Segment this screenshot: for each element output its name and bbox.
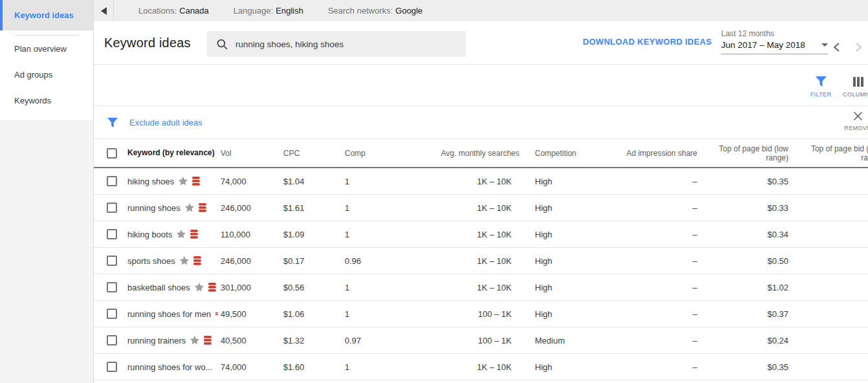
avg-monthly-searches-cell: 1K – 10K: [414, 195, 521, 221]
competition-cell: High: [521, 168, 621, 194]
keyword-text: running shoes for men: [127, 309, 211, 319]
row-checkbox[interactable]: [107, 256, 117, 266]
download-keyword-ideas-button[interactable]: DOWNLOAD KEYWORD IDEAS: [583, 37, 711, 47]
setting-label: Search networks:: [328, 6, 393, 16]
top-of-page-bid-low-cell: $0.24: [706, 327, 797, 353]
keyword-text: basketball shoes: [127, 283, 190, 292]
save-star-icon[interactable]: [190, 336, 199, 345]
top-of-page-bid-low-cell: $0.35: [706, 168, 797, 194]
top-of-page-bid-high-cell: [797, 354, 868, 380]
row-checkbox[interactable]: [107, 282, 117, 292]
filter-button-label: FILTER: [810, 91, 832, 98]
select-all-checkbox[interactable]: [107, 148, 117, 159]
sidebar-nav: Keyword ideas Plan overview Ad groups Ke…: [0, 0, 93, 120]
remove-filter-button[interactable]: REMOVE: [841, 111, 868, 131]
top-of-page-bid-high-cell: [797, 221, 868, 247]
row-checkbox[interactable]: [107, 335, 117, 345]
top-of-page-bid-high-cell: [797, 248, 868, 274]
sidebar-item-keywords[interactable]: Keywords: [0, 87, 93, 113]
column-header-cpc[interactable]: CPC: [283, 139, 345, 167]
setting-language[interactable]: Language:English: [233, 6, 303, 16]
row-checkbox[interactable]: [107, 309, 117, 319]
keyword-planner-app: Keyword ideas Plan overview Ad groups Ke…: [0, 0, 868, 383]
keyword-stack-icon: [192, 177, 200, 186]
keyword-stack-icon: [215, 309, 218, 318]
avg-monthly-searches-cell: 1K – 10K: [414, 248, 521, 274]
table-row: running shoes for wo... 74,000 $1.60 1 1…: [94, 354, 868, 380]
search-input[interactable]: [235, 39, 455, 49]
save-star-icon[interactable]: [179, 177, 188, 186]
divider: [113, 0, 114, 21]
applied-filter-bar: Exclude adult ideas REMOVE: [94, 106, 868, 139]
row-checkbox[interactable]: [107, 176, 117, 186]
next-period-button[interactable]: [852, 41, 865, 54]
vol-cell: 301,000: [221, 274, 283, 300]
sidebar-item-keyword-ideas[interactable]: Keyword ideas: [0, 0, 93, 30]
vol-cell: 110,000: [221, 221, 283, 247]
top-of-page-bid-high-cell: [797, 168, 868, 194]
collapse-panel-button[interactable]: [94, 0, 113, 21]
ad-impression-share-cell: –: [621, 327, 706, 353]
column-header-comp[interactable]: Comp: [345, 139, 414, 167]
comp-cell: 0.97: [345, 327, 414, 353]
column-header-vol[interactable]: Vol: [221, 139, 283, 167]
avg-monthly-searches-cell: 1K – 10K: [414, 354, 521, 380]
setting-locations[interactable]: Locations:Canada: [138, 6, 209, 16]
save-star-icon[interactable]: [180, 256, 189, 265]
competition-cell: High: [521, 195, 621, 221]
comp-cell: 1: [345, 221, 414, 247]
table-row: hiking shoes 74,000 $1.04 1 1K – 10K Hig…: [94, 168, 868, 195]
column-header-ad-impression-share[interactable]: Ad impression share: [621, 139, 706, 167]
sidebar-item-label: Keyword ideas: [14, 10, 74, 20]
setting-label: Locations:: [138, 6, 177, 16]
avg-monthly-searches-cell: 100 – 1K: [414, 301, 521, 327]
keyword-search-box[interactable]: [207, 31, 466, 57]
table-row: basketball shoes 301,000 $0.56 1 1K – 10…: [94, 274, 868, 301]
row-checkbox[interactable]: [107, 362, 117, 372]
main-content: Locations:Canada Language:English Search…: [94, 0, 868, 383]
keyword-stack-icon: [193, 256, 201, 265]
sidebar-item-plan-overview[interactable]: Plan overview: [0, 36, 93, 61]
exclude-adult-ideas-filter[interactable]: Exclude adult ideas: [129, 118, 202, 127]
comp-cell: 1: [345, 301, 414, 327]
column-header-top-of-page-bid-high[interactable]: Top of page bid (high range): [797, 139, 868, 167]
column-header-top-of-page-bid-low[interactable]: Top of page bid (low range): [706, 139, 797, 167]
vol-cell: 49,500: [221, 301, 283, 327]
columns-button[interactable]: COLUMNS: [840, 77, 868, 98]
ad-impression-share-cell: –: [621, 168, 706, 194]
save-star-icon[interactable]: [185, 203, 194, 212]
avg-monthly-searches-cell: 1K – 10K: [414, 221, 521, 247]
chevron-right-icon: [856, 43, 862, 52]
filter-funnel-icon: [107, 118, 118, 127]
sidebar-item-ad-groups[interactable]: Ad groups: [0, 61, 93, 87]
ad-impression-share-cell: –: [621, 301, 706, 327]
table-row: sports shoes 246,000 $0.17 0.96 1K – 10K…: [94, 248, 868, 274]
filter-button[interactable]: FILTER: [802, 76, 840, 98]
column-header-avg-monthly-searches[interactable]: Avg. monthly searches: [414, 139, 521, 167]
column-header-keyword[interactable]: Keyword (by relevance): [127, 139, 221, 167]
save-star-icon[interactable]: [195, 283, 204, 292]
previous-period-button[interactable]: [830, 41, 843, 54]
top-of-page-bid-low-cell: $0.33: [706, 195, 797, 221]
date-range-preset-label: Last 12 months: [721, 29, 828, 38]
back-arrow-icon: [101, 7, 107, 15]
table-toolbar: FILTER COLUMNS: [94, 65, 868, 106]
column-header-competition[interactable]: Competition: [521, 139, 621, 167]
cpc-cell: $0.17: [283, 248, 345, 274]
columns-icon: [853, 77, 863, 87]
setting-value: English: [276, 6, 303, 16]
cpc-cell: $1.09: [283, 221, 345, 247]
close-icon: [853, 111, 863, 121]
row-checkbox[interactable]: [107, 229, 117, 239]
row-checkbox[interactable]: [107, 202, 117, 213]
keyword-text: running trainers: [127, 336, 186, 345]
cpc-cell: $1.06: [283, 301, 345, 327]
vol-cell: 74,000: [221, 168, 283, 194]
date-range-selector[interactable]: Last 12 months Jun 2017 – May 2018: [721, 29, 828, 54]
setting-search-networks[interactable]: Search networks:Google: [328, 6, 422, 16]
competition-cell: High: [521, 221, 621, 247]
columns-button-label: COLUMNS: [843, 91, 868, 98]
keyword-text: hiking shoes: [127, 177, 174, 186]
save-star-icon[interactable]: [177, 230, 186, 239]
vol-cell: 40,500: [221, 327, 283, 353]
